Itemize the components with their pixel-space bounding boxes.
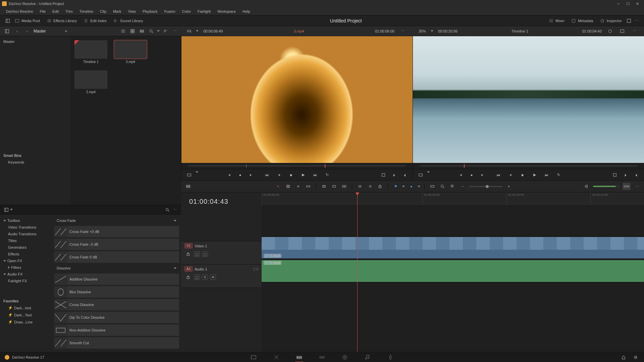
mark-icon[interactable]: ●	[236, 171, 245, 179]
cat-video-transitions[interactable]: Video Transitions	[3, 224, 49, 231]
source-scrubber[interactable]	[181, 163, 413, 169]
search-dropdown-icon[interactable]	[157, 30, 160, 32]
timeline-view-icon[interactable]	[184, 183, 192, 190]
effect-dip-color[interactable]: Dip To Color Dissolve	[54, 312, 179, 323]
search-icon[interactable]	[148, 27, 155, 35]
bin-keywords[interactable]: Keywords	[3, 159, 67, 166]
a1-solo-icon[interactable]: S	[202, 275, 208, 280]
timeline-tracks[interactable]: 01:00:00:00 01:00:08:00 01:00:16:00 01:0…	[262, 192, 644, 352]
zoom-slider[interactable]	[469, 186, 502, 187]
insert-icon[interactable]	[320, 183, 328, 190]
p-match-icon[interactable]	[610, 171, 619, 179]
edit-index-button[interactable]: Edit Index	[80, 15, 110, 26]
clip-2mp4[interactable]: 2.mp4	[74, 70, 107, 94]
menu-davinci[interactable]: DaVinci Resolve	[3, 9, 37, 13]
dynamic-trim-icon[interactable]	[294, 183, 302, 190]
p-in-icon[interactable]: ⏵	[621, 171, 630, 179]
pool-more-icon[interactable]: ⋯	[171, 27, 178, 35]
source-mode-icon[interactable]	[185, 171, 194, 179]
p-stop-icon[interactable]: ■	[518, 171, 527, 179]
fav-1[interactable]: ⚡ Dark...hird	[3, 304, 49, 311]
v1-disable-icon[interactable]: ▢	[202, 251, 208, 257]
group-dissolve[interactable]: Dissolve	[54, 264, 179, 272]
effect-additive-dissolve[interactable]: Additive Dissolve	[54, 274, 179, 285]
menu-file[interactable]: File	[37, 9, 49, 13]
menu-color[interactable]: Color	[179, 9, 194, 13]
flag-icon[interactable]: ⚑	[392, 183, 399, 190]
p-loop-icon[interactable]: ↻	[554, 171, 563, 179]
metadata-button[interactable]: Metadata	[568, 15, 597, 26]
play-icon[interactable]: ▶	[299, 171, 308, 179]
a1-badge[interactable]: A1	[184, 266, 193, 272]
sidebar-toggle-icon[interactable]	[3, 27, 11, 35]
effect-crossfade-0[interactable]: Cross Fade 0 dB	[54, 251, 179, 263]
menu-playback[interactable]: Playback	[139, 9, 161, 13]
page-edit[interactable]	[294, 353, 304, 362]
menu-clip[interactable]: Clip	[97, 9, 110, 13]
bypass-icon[interactable]	[606, 27, 614, 35]
cat-titles[interactable]: Titles	[3, 237, 49, 244]
zoom-chevron-icon[interactable]	[431, 30, 433, 32]
snap-icon[interactable]	[356, 183, 364, 190]
cat-fairlightfx[interactable]: Fairlight FX	[3, 278, 49, 284]
effect-blur-dissolve[interactable]: Blur Dissolve	[54, 286, 179, 298]
home-icon[interactable]	[620, 354, 627, 361]
list-view-icon[interactable]	[119, 27, 127, 35]
p-next-frame-icon[interactable]: ⏭	[542, 171, 551, 179]
tl-more-icon[interactable]: ⋯	[633, 183, 641, 190]
zoom-dropdown[interactable]: 35%	[419, 29, 426, 33]
mode-chevron-icon[interactable]	[196, 171, 198, 173]
cat-openfx[interactable]: Open FX	[3, 257, 49, 264]
page-media[interactable]	[249, 353, 258, 362]
pmode-chevron-icon[interactable]	[427, 171, 430, 173]
cat-filters[interactable]: Filters	[3, 264, 49, 271]
chevron-left-icon[interactable]: ‹	[13, 27, 21, 35]
effect-crossfade-p3[interactable]: Cross Fade +3 dB	[54, 226, 179, 237]
p-mark-icon[interactable]: ●	[467, 171, 476, 179]
page-deliver[interactable]	[386, 353, 395, 362]
menu-workspace[interactable]: Workspace	[214, 9, 239, 13]
marker-icon[interactable]: ●	[408, 183, 415, 190]
trim-tool-icon[interactable]	[284, 183, 292, 190]
close-button[interactable]: ✕	[633, 0, 642, 7]
zoom-full-icon[interactable]	[429, 183, 436, 190]
favorites-header[interactable]: Favorites	[3, 298, 49, 304]
sound-library-button[interactable]: Sound Library	[110, 15, 147, 26]
fav-3[interactable]: ⚡ Draw...Line	[3, 318, 49, 325]
v1-badge[interactable]: V1	[184, 243, 193, 248]
menu-help[interactable]: Help	[239, 9, 254, 13]
next-frame-icon[interactable]: ⏭	[311, 171, 320, 179]
menu-timeline[interactable]: Timeline	[76, 9, 97, 13]
p-play-icon[interactable]: ▶	[530, 171, 539, 179]
program-mode-icon[interactable]	[416, 171, 425, 179]
blade-tool-icon[interactable]	[305, 183, 312, 190]
playhead[interactable]	[357, 192, 358, 352]
a1-auto-icon[interactable]: ▢	[194, 275, 200, 280]
effect-non-additive[interactable]: Non-Additive Dissolve	[54, 324, 179, 336]
p-prev-frame-icon[interactable]: ◂	[506, 171, 515, 179]
a1-lock-icon[interactable]	[184, 274, 192, 281]
v1-auto-icon[interactable]: ▢	[194, 251, 200, 257]
page-color[interactable]	[340, 353, 350, 362]
arrow-tool-icon[interactable]: ↖	[274, 183, 282, 190]
stop-icon[interactable]: ■	[287, 171, 296, 179]
group-crossfade[interactable]: Cross Fade	[54, 217, 179, 225]
page-fusion[interactable]	[317, 353, 327, 362]
p-prev-edit-icon[interactable]: ◂	[457, 171, 465, 179]
zoom-out-icon[interactable]: −	[459, 183, 466, 190]
p-next-edit-icon[interactable]: ▸	[478, 171, 487, 179]
clip-timeline1[interactable]: Timeline 1	[74, 40, 107, 64]
clip-3mp4[interactable]: 3.mp4	[114, 40, 147, 64]
single-viewer-icon[interactable]	[619, 27, 626, 35]
menu-fusion[interactable]: Fusion	[161, 9, 179, 13]
effects-sidebar-icon[interactable]	[3, 206, 10, 214]
maximize-button[interactable]: ☐	[623, 0, 633, 7]
video-clip[interactable]: 🔗 2.mp4	[262, 237, 644, 258]
p-out-icon[interactable]: ⏴	[632, 171, 641, 179]
v1-lock-icon[interactable]	[184, 250, 192, 258]
media-pool-button[interactable]: Media Pool	[11, 15, 43, 26]
chevron-right-icon[interactable]: ›	[23, 27, 31, 35]
cat-audiofx[interactable]: Audio FX	[3, 271, 49, 278]
fav-2[interactable]: ⚡ Dark...Text	[3, 311, 49, 318]
menu-mark[interactable]: Mark	[110, 9, 124, 13]
